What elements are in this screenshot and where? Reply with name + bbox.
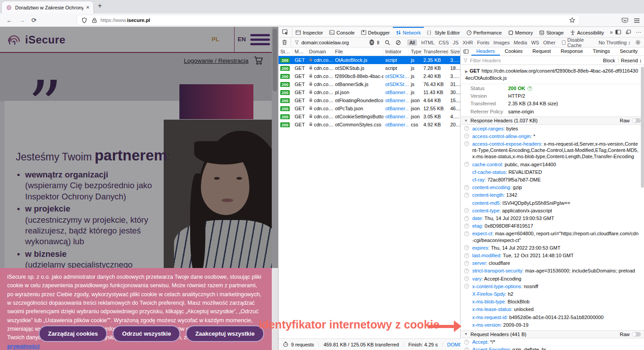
disable-cache-checkbox[interactable]: Disable Cache: [562, 37, 593, 48]
tab-close-icon[interactable]: ✕: [86, 5, 90, 10]
help-icon[interactable]: ?: [464, 276, 469, 281]
shield-icon[interactable]: [81, 17, 88, 24]
page-scrollbar-thumb[interactable]: [273, 29, 277, 91]
initiator-cell[interactable]: otBanner…: [383, 90, 409, 95]
table-row[interactable]: 200GETcdn.co…otCookieSettingsButton.json…: [278, 112, 460, 121]
help-icon[interactable]: ?: [464, 284, 469, 289]
pocket-icon[interactable]: [621, 17, 628, 24]
separate-window-icon[interactable]: [626, 30, 631, 35]
devtools-tab-debugger[interactable]: Debugger: [358, 27, 393, 37]
response-headers-section[interactable]: ▼ Response Headers (1.037 KB) Raw: [461, 117, 644, 125]
meatball-menu-icon[interactable]: ⋯: [635, 29, 641, 35]
help-icon[interactable]: ?: [464, 134, 469, 138]
pick-element-icon[interactable]: [278, 27, 292, 37]
initiator-cell[interactable]: otBanner…: [383, 106, 409, 111]
filter-chip-ws[interactable]: WS: [531, 40, 539, 45]
table-row[interactable]: 200GETcdn.co…otCommonStyles.cssotBanner……: [278, 121, 460, 129]
panel-tab-timings[interactable]: Timings: [588, 48, 615, 56]
filter-chip-html[interactable]: HTML: [421, 40, 435, 45]
pause-icon[interactable]: ‖: [374, 40, 382, 45]
help-icon[interactable]: ?: [464, 253, 469, 258]
site-logo[interactable]: iSecure: [6, 32, 65, 48]
raw-toggle[interactable]: [632, 332, 641, 337]
cookie-button-zaakceptuj-wszystkie[interactable]: Zaakceptuj wszystkie: [186, 325, 264, 342]
table-row[interactable]: 200GETcdn.co…pl.jsonotBanner…js11.43 KB3…: [278, 88, 460, 96]
help-icon[interactable]: ?: [464, 347, 469, 350]
table-row[interactable]: 200GETcdn.co…otPcTab.jsonotBanner…json12…: [278, 104, 460, 112]
cookie-button-odrzu--wszystkie[interactable]: Odrzuć wszystkie: [113, 325, 180, 342]
column-header-initiator[interactable]: Initiator: [383, 48, 409, 56]
devtools-tab-style-editor[interactable]: { }Style Editor: [424, 27, 463, 37]
reload-button[interactable]: ⟳: [31, 17, 37, 24]
forward-button[interactable]: →: [19, 17, 25, 24]
browser-tab[interactable]: Doradztwo w Zakresie Ochrony Dany ✕: [2, 1, 93, 13]
initiator-cell[interactable]: otSDKSt…: [383, 73, 409, 79]
panel-tab-cookies[interactable]: Cookies: [500, 48, 528, 56]
help-icon[interactable]: ?: [464, 193, 469, 198]
help-icon[interactable]: ?: [464, 224, 469, 229]
panel-dock-icon[interactable]: [461, 48, 471, 56]
help-icon[interactable]: ?: [464, 340, 469, 345]
panel-tab-headers[interactable]: Headers: [471, 48, 500, 56]
devtools-tab-console[interactable]: Console: [326, 27, 357, 37]
devtools-tab-performance[interactable]: Performance: [463, 27, 505, 37]
filter-chip-other[interactable]: Other: [543, 40, 556, 45]
new-tab-button[interactable]: +: [98, 2, 102, 10]
filter-chip-images[interactable]: Images: [493, 40, 509, 45]
network-settings-gear-icon[interactable]: [635, 39, 641, 45]
collapse-triangle-icon[interactable]: ▼: [464, 119, 468, 123]
site-menu-icon[interactable]: [250, 34, 270, 48]
column-header-size[interactable]: Size: [448, 48, 460, 56]
filter-urls-input[interactable]: domain:cookielaw.org: [291, 40, 370, 45]
url-text[interactable]: https://www.isecure.pl: [100, 17, 150, 23]
url-bar[interactable]: https://www.isecure.pl: [77, 15, 579, 25]
devtools-tab-storage[interactable]: Storage: [536, 27, 567, 37]
help-icon[interactable]: ?: [464, 231, 469, 236]
clear-requests-icon[interactable]: [278, 38, 291, 47]
clear-filter-icon[interactable]: ✕: [370, 39, 374, 45]
devtools-tab-memory[interactable]: Memory: [505, 27, 536, 37]
column-header-transferred[interactable]: Transferred: [422, 48, 448, 56]
filter-chip-js[interactable]: JS: [453, 40, 459, 45]
filter-chip-fonts[interactable]: Fonts: [477, 40, 490, 45]
help-icon[interactable]: ?: [464, 261, 469, 266]
devtools-tab-network[interactable]: Network: [393, 27, 424, 37]
dock-side-icon[interactable]: [615, 30, 621, 35]
lang-en-button[interactable]: EN: [238, 36, 246, 43]
panel-tab-response[interactable]: Response: [556, 48, 588, 56]
help-icon[interactable]: ?: [464, 141, 469, 146]
devtools-tab-inspector[interactable]: Inspector: [292, 27, 326, 37]
help-icon[interactable]: ?: [527, 86, 532, 91]
filter-chip-css[interactable]: CSS: [439, 40, 449, 45]
column-header-domain[interactable]: Domain: [307, 48, 333, 56]
more-tabs-chevron[interactable]: »: [607, 27, 616, 37]
table-row[interactable]: 200GETcdn.co…f2890bc8-88eb-4bac-a266-df9…: [278, 72, 460, 80]
column-header-st[interactable]: St…: [278, 48, 293, 56]
devtools-tab-accessibility[interactable]: Accessibility: [567, 27, 607, 37]
cart-icon[interactable]: [254, 56, 264, 65]
block-icon[interactable]: [393, 40, 404, 45]
help-icon[interactable]: ?: [464, 245, 469, 250]
initiator-cell[interactable]: otBanner…: [383, 98, 409, 103]
lang-pl-button[interactable]: PL: [212, 36, 219, 43]
initiator-cell[interactable]: otBanner…: [383, 114, 409, 119]
panel-tab-request[interactable]: Request: [527, 48, 556, 56]
initiator-cell[interactable]: otSDKSt…: [383, 82, 409, 87]
headers-scroll-area[interactable]: ▶GEThttps://cdn.cookielaw.org/consent/f2…: [461, 65, 644, 350]
help-icon[interactable]: ?: [464, 162, 469, 167]
filter-chip-xhr[interactable]: XHR: [463, 40, 473, 45]
initiator-cell[interactable]: otBanner…: [383, 122, 409, 127]
lock-icon[interactable]: [91, 17, 98, 24]
collapse-triangle-icon[interactable]: ▼: [464, 332, 468, 336]
table-row[interactable]: 200GETcdn.co…otFloatingRoundedIcon.jsono…: [278, 96, 460, 104]
request-headers-section[interactable]: ▼ Request Headers (441 B) Raw: [461, 330, 644, 338]
login-register-link[interactable]: Logowanie / Rejestracja: [184, 57, 248, 64]
resend-button[interactable]: Resend ↕: [621, 58, 642, 63]
help-icon[interactable]: ?: [464, 268, 469, 273]
column-header-type[interactable]: Type: [409, 48, 422, 56]
block-button[interactable]: Block: [603, 58, 615, 63]
network-table-header[interactable]: St…M…DomainFileInitiatorTypeTransferredS…: [278, 48, 460, 56]
menu-hamburger-icon[interactable]: [633, 17, 640, 24]
expand-triangle-icon[interactable]: ▶: [465, 69, 468, 73]
column-header-file[interactable]: File: [333, 48, 383, 56]
